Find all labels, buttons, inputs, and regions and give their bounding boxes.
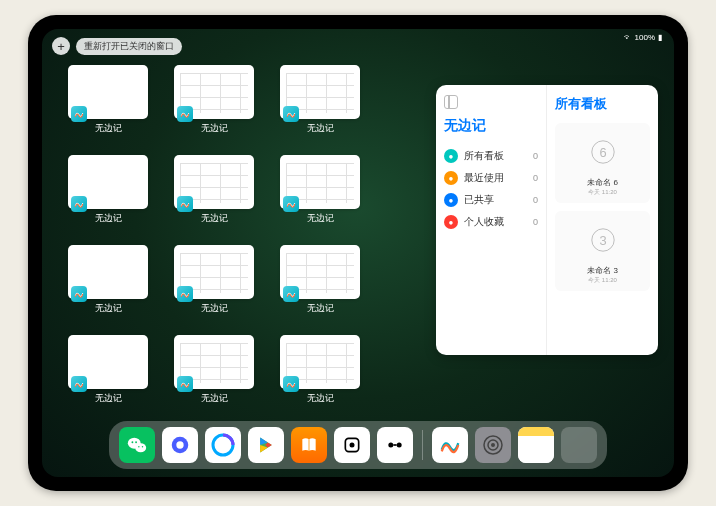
svg-point-7: [135, 441, 137, 443]
dock-notes-icon[interactable]: [518, 427, 554, 463]
freeform-app-icon: [177, 286, 193, 302]
freeform-app-icon: [71, 106, 87, 122]
thumbnail-label: 无边记: [95, 212, 122, 225]
dock-freeform-icon[interactable]: [432, 427, 468, 463]
thumbnail-preview: [68, 155, 148, 209]
sidebar-item[interactable]: ● 已共享 0: [444, 189, 538, 211]
dock: [109, 421, 607, 469]
board-name: 未命名 3: [561, 265, 644, 276]
sidebar-item-count: 0: [533, 195, 538, 205]
sidebar-item-icon: ●: [444, 149, 458, 163]
svg-point-17: [397, 443, 402, 448]
thumbnail-label: 无边记: [307, 212, 334, 225]
board-name: 未命名 6: [561, 177, 644, 188]
thumbnail-label: 无边记: [201, 302, 228, 315]
wifi-icon: ᯤ: [624, 33, 632, 42]
board-date: 今天 11:20: [561, 276, 644, 285]
sidebar-item-label: 个人收藏: [464, 215, 504, 229]
freeform-app-icon: [283, 106, 299, 122]
sidebar-item-icon: ●: [444, 193, 458, 207]
panel-sidebar: 无边记 ● 所有看板 0 ● 最近使用 0 ● 已共享 0 ● 个人收藏 0: [436, 85, 547, 355]
dock-books-icon[interactable]: [291, 427, 327, 463]
sidebar-item-icon: ●: [444, 171, 458, 185]
window-thumbnail[interactable]: 无边记: [276, 155, 364, 233]
sidebar-item[interactable]: ● 最近使用 0: [444, 167, 538, 189]
sidebar-item-count: 0: [533, 173, 538, 183]
svg-point-9: [142, 446, 143, 447]
svg-point-21: [491, 443, 495, 447]
window-thumbnail[interactable]: 无边记: [64, 335, 152, 413]
battery-text: 100%: [635, 33, 655, 42]
window-thumbnail[interactable]: 无边记: [64, 155, 152, 233]
dock-quark-icon[interactable]: [162, 427, 198, 463]
window-thumbnails-grid: 无边记 无边记 无边记 无边记 无边记 无边记 无边记 无边记 无边记 无边记 …: [64, 65, 364, 413]
sidebar-toggle-icon[interactable]: [444, 95, 458, 109]
thumbnail-label: 无边记: [95, 392, 122, 405]
sidebar-item[interactable]: ● 个人收藏 0: [444, 211, 538, 233]
sidebar-item-label: 所有看板: [464, 149, 504, 163]
thumbnail-preview: [174, 245, 254, 299]
thumbnail-preview: [280, 155, 360, 209]
sidebar-item[interactable]: ● 所有看板 0: [444, 145, 538, 167]
window-thumbnail[interactable]: 无边记: [64, 65, 152, 143]
status-bar: ᯤ 100% ▮: [624, 33, 662, 42]
window-thumbnail[interactable]: 无边记: [276, 335, 364, 413]
thumbnail-preview: [174, 155, 254, 209]
thumbnail-label: 无边记: [307, 302, 334, 315]
svg-point-15: [350, 443, 355, 448]
window-thumbnail[interactable]: 无边记: [170, 245, 258, 323]
board-card[interactable]: 3 未命名 3 今天 11:20: [555, 211, 650, 291]
dock-dice-icon[interactable]: [334, 427, 370, 463]
sidebar-item-count: 0: [533, 151, 538, 161]
svg-point-8: [138, 446, 139, 447]
sidebar-item-label: 最近使用: [464, 171, 504, 185]
window-thumbnail[interactable]: 无边记: [170, 335, 258, 413]
board-sketch: 3: [561, 217, 644, 263]
screen: ᯤ 100% ▮ + 重新打开已关闭的窗口 无边记 无边记 无边记 无边记 无边…: [42, 29, 674, 477]
window-thumbnail[interactable]: 无边记: [276, 65, 364, 143]
freeform-app-icon: [177, 106, 193, 122]
freeform-app-icon: [71, 196, 87, 212]
svg-point-6: [132, 441, 134, 443]
dock-recent-apps[interactable]: [561, 427, 597, 463]
dock-play-icon[interactable]: [248, 427, 284, 463]
top-controls: + 重新打开已关闭的窗口: [52, 37, 182, 55]
new-window-button[interactable]: +: [52, 37, 70, 55]
board-date: 今天 11:20: [561, 188, 644, 197]
thumbnail-preview: [68, 245, 148, 299]
svg-point-5: [135, 443, 146, 452]
window-thumbnail[interactable]: 无边记: [170, 155, 258, 233]
svg-text:3: 3: [599, 233, 606, 248]
sidebar-item-label: 已共享: [464, 193, 494, 207]
board-sketch: 6: [561, 129, 644, 175]
thumbnail-label: 无边记: [95, 122, 122, 135]
window-thumbnail[interactable]: 无边记: [64, 245, 152, 323]
ipad-frame: ᯤ 100% ▮ + 重新打开已关闭的窗口 无边记 无边记 无边记 无边记 无边…: [28, 15, 688, 491]
dock-settings-icon[interactable]: [475, 427, 511, 463]
thumbnail-label: 无边记: [95, 302, 122, 315]
dock-wechat-icon[interactable]: [119, 427, 155, 463]
board-card[interactable]: 6 未命名 6 今天 11:20: [555, 123, 650, 203]
thumbnail-preview: [280, 245, 360, 299]
dock-connect-icon[interactable]: [377, 427, 413, 463]
reopen-closed-window-button[interactable]: 重新打开已关闭的窗口: [76, 38, 182, 55]
dock-qqbrowser-icon[interactable]: [205, 427, 241, 463]
window-thumbnail[interactable]: 无边记: [170, 65, 258, 143]
svg-text:6: 6: [599, 145, 606, 160]
thumbnail-label: 无边记: [201, 392, 228, 405]
thumbnail-preview: [174, 335, 254, 389]
freeform-app-icon: [283, 196, 299, 212]
window-thumbnail[interactable]: 无边记: [276, 245, 364, 323]
freeform-app-icon: [71, 376, 87, 392]
thumbnail-preview: [68, 335, 148, 389]
app-preview-panel[interactable]: ••• 无边记 ● 所有看板 0 ● 最近使用 0 ● 已共享 0 ● 个人收藏…: [436, 85, 658, 355]
sidebar-item-count: 0: [533, 217, 538, 227]
freeform-app-icon: [177, 196, 193, 212]
dock-separator: [422, 430, 423, 460]
thumbnail-label: 无边记: [307, 122, 334, 135]
thumbnail-preview: [280, 65, 360, 119]
freeform-app-icon: [71, 286, 87, 302]
battery-icon: ▮: [658, 33, 662, 42]
thumbnail-preview: [68, 65, 148, 119]
freeform-app-icon: [283, 286, 299, 302]
